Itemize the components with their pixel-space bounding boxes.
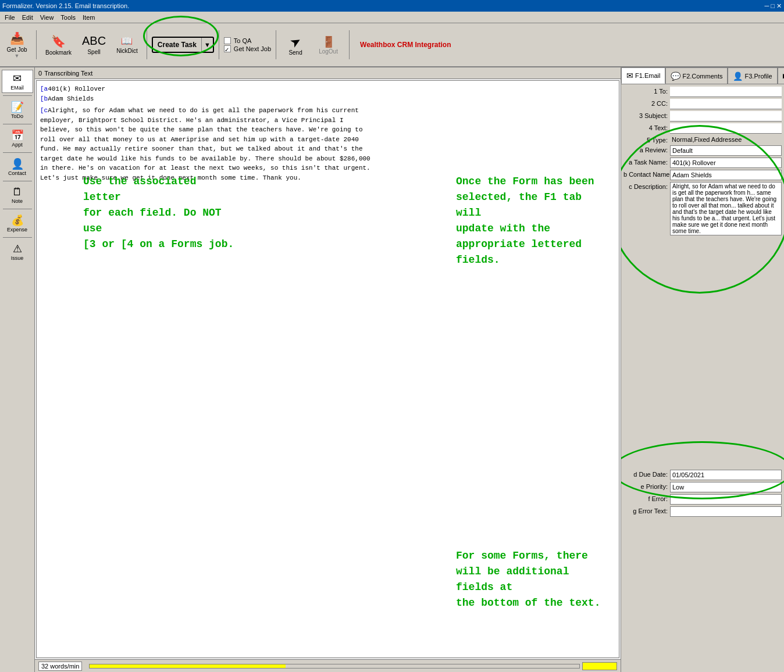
field-value-description[interactable]: Alright, so for Adam what we need to do … [670, 182, 782, 235]
contact-icon: 👤 [11, 158, 24, 170]
field-row-type: 5 Type: Normal,Fixed Addressee [623, 135, 782, 144]
field-input-due-date[interactable] [670, 470, 782, 480]
tab-extra[interactable]: ▶ [778, 67, 784, 84]
to-qa-label: To QA [234, 37, 252, 44]
menu-item[interactable]: Item [79, 13, 98, 22]
field-label-due-date: d Due Date: [623, 470, 670, 478]
create-task-arrow[interactable]: ▼ [201, 38, 213, 52]
sidebar-item-note-label: Note [12, 198, 23, 204]
transcribing-text-label: Transcribing Text [44, 70, 92, 77]
field-label-review: a Review: [623, 145, 670, 153]
separator-5 [349, 30, 350, 59]
field-label-error-text: g Error Text: [623, 506, 670, 514]
to-qa-row: To QA [224, 37, 271, 44]
create-task-button[interactable]: Create Task ▼ [152, 37, 214, 53]
field-input-contact-name[interactable] [670, 170, 782, 180]
send-icon: ➤ [287, 33, 304, 51]
menu-file[interactable]: File [1, 13, 19, 22]
field-input-priority[interactable] [670, 482, 782, 492]
status-bar: 32 words/min [35, 659, 621, 672]
bookmark-icon: 🔖 [51, 34, 66, 48]
appt-icon: 📅 [11, 129, 24, 142]
menu-bar: File Edit View Tools Item [0, 12, 784, 23]
field-row-task-name: a Task Name: [623, 158, 782, 168]
field-row-contact-name: b Contact Name: [623, 170, 782, 180]
bookmark-label: Bookmark [45, 49, 72, 56]
sidebar-item-expense[interactable]: 💰 Expense [2, 212, 33, 235]
field-input-error[interactable] [670, 494, 782, 505]
logout-button[interactable]: 🚪 LogOut [312, 27, 344, 62]
text-line-2: [bAdam Shields [40, 94, 615, 104]
qa-options: To QA Get Next Job [224, 37, 271, 52]
field-input-task-name[interactable] [670, 158, 782, 168]
field-label-cc: 2 CC: [623, 99, 670, 107]
field-input-cc[interactable] [670, 99, 782, 109]
sidebar: ✉ EMail 📝 ToDo 📅 Appt 👤 Contact 🗒 Note 💰… [0, 67, 35, 672]
separator-3 [219, 30, 219, 59]
get-job-button[interactable]: 📥 Get Job ▼ [2, 27, 31, 62]
sidebar-separator-4 [3, 181, 32, 181]
separator-4 [276, 30, 276, 59]
menu-tools[interactable]: Tools [57, 13, 79, 22]
tab-f2comments-label: F2.Comments [682, 73, 722, 80]
tab-f3profile[interactable]: 👤 F3.Profile [728, 67, 777, 84]
nick-dict-button[interactable]: 📖 NickDict [112, 27, 142, 62]
crm-integration-label: Wealthbox CRM Integration [360, 41, 451, 49]
tab-f1email[interactable]: ✉ F1.Email [621, 67, 665, 84]
text-line-8: target date he would like his funds to b… [40, 154, 615, 164]
send-button[interactable]: ➤ Send [281, 27, 310, 62]
app-title: Formalizer. Version 2.15. Email transcri… [2, 2, 764, 9]
text-line-3: [cAlright, so for Adam what we need to d… [40, 106, 615, 116]
bookmark-button[interactable]: 🔖 Bookmark [41, 27, 76, 62]
tab-f3profile-label: F3.Profile [744, 73, 772, 80]
to-qa-checkbox[interactable] [224, 37, 231, 44]
sidebar-item-email-label: EMail [10, 85, 24, 91]
header-number: 0 [38, 70, 42, 77]
status-highlight [582, 662, 617, 670]
logout-icon: 🚪 [322, 35, 335, 48]
get-job-icon: 📥 [10, 31, 24, 45]
field-row-to: 1 To: [623, 87, 782, 97]
main-content: ✉ EMail 📝 ToDo 📅 Appt 👤 Contact 🗒 Note 💰… [0, 67, 784, 672]
f2-comments-icon: 💬 [671, 72, 680, 81]
field-label-to: 1 To: [623, 87, 670, 95]
f1-email-icon: ✉ [626, 71, 633, 80]
text-line-7: fund. He may actually retire sooner than… [40, 144, 615, 154]
overlay-text-1: Use the associated letter for each field… [83, 174, 234, 252]
sidebar-item-todo[interactable]: 📝 ToDo [2, 98, 33, 121]
field-label-description: c Description: [623, 182, 670, 190]
field-label-priority: e Priority: [623, 482, 670, 490]
field-input-to[interactable] [670, 87, 782, 97]
sidebar-item-appt[interactable]: 📅 Appt [2, 127, 33, 150]
menu-edit[interactable]: Edit [19, 13, 37, 22]
sidebar-item-issue[interactable]: ⚠ Issue [2, 240, 33, 263]
text-line-5: believe, so this won't be quite the same… [40, 125, 615, 135]
spell-button[interactable]: ABC Spell [78, 27, 110, 62]
sidebar-item-contact[interactable]: 👤 Contact [2, 155, 33, 178]
form-fields: 1 To: 2 CC: 3 Subject: 4 Text: [621, 84, 784, 672]
field-input-subject[interactable] [670, 111, 782, 121]
field-input-text[interactable] [670, 123, 782, 134]
field-value-review[interactable]: Default [670, 145, 782, 156]
sidebar-item-note[interactable]: 🗒 Note [2, 184, 33, 206]
spacer [623, 237, 782, 470]
text-line-9: in there. He's on vacation for at least … [40, 163, 615, 173]
tab-f2comments[interactable]: 💬 F2.Comments [665, 67, 728, 84]
nick-dict-icon: 📖 [121, 35, 133, 47]
sidebar-item-email[interactable]: ✉ EMail [2, 70, 33, 93]
progress-fill [90, 664, 286, 668]
title-bar: Formalizer. Version 2.15. Email transcri… [0, 0, 784, 12]
sidebar-separator-2 [3, 124, 32, 124]
sidebar-item-appt-label: Appt [12, 142, 23, 148]
text-content-area[interactable]: [a401(k) Rollover [bAdam Shields [cAlrig… [36, 80, 619, 658]
field-label-error: f Error: [623, 494, 670, 502]
spell-icon: ABC [82, 34, 106, 48]
field-input-error-text[interactable] [670, 506, 782, 517]
get-next-job-checkbox[interactable] [224, 45, 231, 52]
sidebar-separator-6 [3, 237, 32, 238]
get-next-job-row: Get Next Job [224, 45, 271, 52]
overlay-text-2: Once the Form has been selected, the F1 … [456, 174, 607, 268]
menu-view[interactable]: View [37, 13, 58, 22]
sidebar-item-todo-label: ToDo [11, 113, 23, 119]
field-row-subject: 3 Subject: [623, 111, 782, 121]
